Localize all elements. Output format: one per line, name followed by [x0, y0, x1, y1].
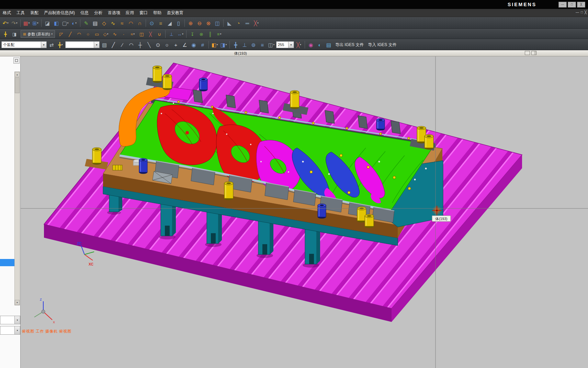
constraint-icon[interactable]: ⊥ — [167, 30, 176, 38]
selected-row[interactable] — [0, 259, 14, 266]
selection-swap-icon[interactable]: ⇄ — [47, 41, 56, 49]
offset-icon[interactable]: ═ — [243, 19, 251, 27]
shell-icon[interactable]: ▯ — [174, 19, 183, 27]
close-button[interactable]: ╳ — [577, 2, 585, 8]
trim-body-icon[interactable]: ╳▾ — [252, 19, 260, 27]
chevron-down-icon[interactable]: ▼ — [14, 326, 20, 334]
dimension-icon[interactable]: ↔▾ — [176, 30, 184, 38]
eraser-icon[interactable]: ◪ — [43, 19, 52, 27]
menu-item[interactable]: 盈安教育 — [164, 9, 186, 17]
chevron-down-icon[interactable]: ▼ — [288, 42, 294, 48]
plus-snap-icon[interactable]: + — [172, 41, 180, 49]
type-filter-combo[interactable]: ▼ — [65, 41, 100, 48]
import-iges-button[interactable]: 导入 IGES 文件 — [366, 42, 398, 48]
material-icon[interactable]: ◉ — [307, 41, 315, 49]
mdi-restore-icon[interactable]: □ — [581, 10, 583, 14]
offset-3d-icon[interactable]: ≡▾ — [215, 30, 223, 38]
menu-item[interactable]: 帮助 — [150, 9, 164, 17]
panel-combo-2[interactable]: ▼ — [0, 326, 20, 335]
circle-icon[interactable]: ○ — [84, 30, 92, 38]
extrude-icon[interactable]: ◧ — [52, 19, 60, 27]
unite-icon[interactable]: ⊕ — [186, 19, 195, 27]
derived-line-icon[interactable]: ║ — [206, 30, 214, 38]
endpoint-snap-icon[interactable]: ╱ — [109, 41, 117, 49]
midpoint-snap-icon[interactable]: ∕ — [118, 41, 126, 49]
patch-icon[interactable]: ◫ — [213, 19, 222, 27]
chevron-down-icon[interactable]: ▼ — [94, 42, 99, 48]
sketch-icon[interactable]: ✎ — [82, 19, 90, 27]
redo-icon[interactable]: ↷▾ — [10, 19, 19, 27]
assembly-filter-combo[interactable]: 个装配 ▼ — [1, 41, 47, 48]
sphere-snap-icon[interactable]: ◉ — [190, 41, 198, 49]
window-split-icon[interactable] — [531, 51, 536, 55]
view-box-icon[interactable]: ◫▾ — [267, 41, 275, 49]
scroll-thumb[interactable] — [15, 77, 20, 93]
measure-icon[interactable]: ⊥ — [240, 41, 249, 49]
menu-item[interactable]: 分析 — [91, 9, 105, 17]
iges-tool-icon[interactable]: ▤ — [325, 41, 333, 49]
maximize-button[interactable]: □ — [568, 2, 576, 8]
tube-icon[interactable]: ◠ — [127, 19, 135, 27]
undo-icon[interactable]: ↶▾ — [1, 19, 10, 27]
panel-combo-1[interactable]: ▼ — [0, 316, 20, 324]
menu-item[interactable]: 装配 — [27, 9, 41, 17]
scroll-down-icon[interactable]: ▼ — [15, 300, 20, 305]
mdi-minimize-icon[interactable]: — — [576, 10, 579, 14]
object-display-icon[interactable]: ▦▾ — [22, 19, 31, 27]
grid-snap-icon[interactable]: # — [199, 41, 207, 49]
rib-icon[interactable]: ≡ — [157, 19, 165, 27]
rectangle-icon[interactable]: ▭ — [93, 30, 101, 38]
intersection-snap-icon[interactable]: ┼ — [136, 41, 144, 49]
point-tool-icon[interactable]: ╋ — [1, 30, 10, 38]
pattern-icon[interactable]: ⊞▾ — [31, 19, 39, 27]
wcs-icon[interactable]: ╋ — [231, 41, 240, 49]
quick-trim-icon[interactable]: ╳ — [146, 30, 155, 38]
window-blue-icon[interactable]: ◨▾ — [219, 41, 228, 49]
chamfer-icon[interactable]: ◣ — [225, 19, 234, 27]
menu-item[interactable]: 信息 — [78, 9, 91, 17]
profile-icon[interactable]: ◸ — [57, 30, 65, 38]
menu-item[interactable]: 窗口 — [137, 9, 150, 17]
snap-point-icon[interactable]: ╋▾ — [56, 41, 65, 49]
menu-item[interactable]: 工具 — [14, 9, 27, 17]
3d-viewport-canvas[interactable]: ZC XC Z X — [0, 56, 588, 368]
project-curve-icon[interactable]: ↧ — [188, 30, 196, 38]
parameters-button[interactable]: ⊞ 参数 (原有的) ▾ — [21, 30, 55, 38]
offset-curve-icon[interactable]: ≈▾ — [128, 30, 137, 38]
window-orange-icon[interactable]: ◧▾ — [211, 41, 219, 49]
menu-item[interactable]: 格式 — [0, 9, 14, 17]
intersect-icon[interactable]: ⊗ — [204, 19, 213, 27]
boolean-icon[interactable]: ◐▾ — [70, 19, 78, 27]
mdi-close-icon[interactable]: ╳ — [585, 10, 587, 14]
point-icon[interactable]: ∙ — [120, 30, 128, 38]
loft-icon[interactable]: ∩ — [136, 19, 144, 27]
solid-snap-icon[interactable]: ▧ — [100, 41, 109, 49]
line-icon[interactable]: ╱ — [66, 30, 74, 38]
hole-icon[interactable]: ⊙ — [148, 19, 156, 27]
draft-icon[interactable]: ◢ — [166, 19, 174, 27]
scroll-up-icon[interactable]: ▲ — [15, 72, 20, 77]
spline-icon[interactable]: ∿ — [111, 30, 119, 38]
intersect-curve-icon[interactable]: ⊗ — [197, 30, 205, 38]
export-iges-button[interactable]: 导出 IGES 文件 — [333, 42, 365, 48]
mdi-window-controls[interactable]: — □ ╳ — [576, 10, 587, 14]
snap-circle-icon[interactable]: ⊚ — [249, 41, 258, 49]
menu-item[interactable]: 应用 — [123, 9, 137, 17]
sweep-icon[interactable]: ∿ — [109, 19, 117, 27]
center-snap-icon[interactable]: ⊙ — [154, 41, 162, 49]
shaded-view-icon[interactable]: ◐ — [316, 41, 324, 49]
color-value-combo[interactable]: 255 ▼ — [276, 41, 294, 48]
menu-item[interactable]: 产品制造信息(M) — [41, 9, 78, 17]
edge-blend-icon[interactable]: ◔ — [234, 19, 242, 27]
circle-snap-icon[interactable]: ○ — [163, 41, 171, 49]
graphics-window[interactable]: ZC XC Z X — [0, 56, 588, 368]
block-icon[interactable]: ▢▾ — [61, 19, 69, 27]
arc-snap-icon[interactable]: ◠ — [127, 41, 135, 49]
display-style-icon[interactable]: ◨ — [10, 30, 19, 38]
vertex-snap-icon[interactable]: ∠ — [181, 41, 189, 49]
menu-item[interactable]: 首选项 — [105, 9, 123, 17]
minimize-button[interactable]: — — [558, 2, 567, 8]
panel-pin-button[interactable] — [13, 57, 20, 64]
layer-icon[interactable]: ≡ — [258, 41, 267, 49]
polygon-icon[interactable]: ◇▾ — [102, 30, 110, 38]
